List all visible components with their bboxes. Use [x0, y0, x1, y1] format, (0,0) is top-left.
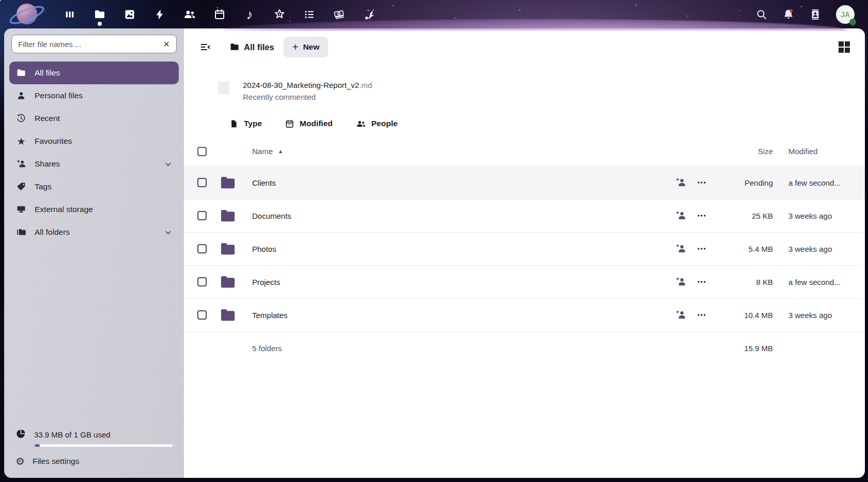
file-modified: 3 weeks ago: [788, 212, 856, 220]
folder-icon: [220, 308, 236, 322]
list-summary-row: 5 folders 15.9 MB: [184, 332, 865, 365]
recognize-app-icon[interactable]: [265, 0, 295, 28]
filter-chip-modified[interactable]: Modified: [285, 119, 333, 129]
plus-icon: +: [292, 42, 299, 52]
people-icon: [355, 119, 366, 129]
actions-menu-button[interactable]: [696, 177, 707, 188]
filter-filenames-input[interactable]: [18, 40, 160, 49]
actions-menu-button[interactable]: [696, 310, 707, 320]
table-row-templates[interactable]: Templates 10.4 MB 3 weeks ago: [184, 298, 865, 332]
share-button[interactable]: [675, 309, 687, 321]
files-header: All files + New: [184, 28, 865, 63]
file-size: 8 KB: [716, 278, 773, 287]
file-name: Clients: [252, 178, 675, 187]
sidebar-navigation: All files Personal files Recent ★ Fa: [9, 62, 179, 244]
tasks-app-icon[interactable]: [295, 0, 324, 28]
share-button[interactable]: [675, 210, 687, 221]
quota-progress-fill: [35, 444, 40, 447]
sidebar-item-label: Favourites: [35, 137, 72, 146]
photos-app-icon[interactable]: [115, 0, 145, 28]
file-name: Templates: [252, 311, 675, 320]
history-icon: [16, 113, 27, 124]
new-button-label: New: [303, 42, 319, 52]
unified-search-icon[interactable]: [755, 8, 768, 21]
dashboard-app-icon[interactable]: [55, 0, 85, 28]
column-header-name[interactable]: Name ▲: [252, 147, 675, 156]
actions-menu-button[interactable]: [696, 210, 707, 221]
breadcrumb-current-folder: All files: [244, 42, 274, 52]
share-button[interactable]: [675, 243, 687, 254]
sidebar-item-external-storage[interactable]: External storage: [9, 198, 179, 221]
sidebar-item-personal-files[interactable]: Personal files: [9, 84, 179, 107]
file-size: 5.4 MB: [716, 245, 773, 253]
column-header-size[interactable]: Size: [716, 147, 773, 156]
account-icon: [16, 90, 27, 101]
file-modified: a few second...: [788, 178, 856, 187]
row-checkbox[interactable]: [197, 310, 207, 320]
chevron-down-icon[interactable]: [164, 228, 173, 237]
folder-icon: [220, 209, 236, 222]
top-navigation-bar: ♪ JA: [0, 0, 868, 28]
active-app-indicator: [98, 22, 102, 26]
money-app-icon[interactable]: [324, 0, 354, 28]
file-modified: 3 weeks ago: [788, 311, 856, 320]
app-content-island: × All files Personal files: [4, 28, 865, 478]
breadcrumb[interactable]: All files: [229, 42, 274, 52]
sidebar-item-shares[interactable]: Shares: [9, 153, 179, 175]
table-row-clients[interactable]: Clients Pending a few second...: [184, 166, 865, 199]
row-checkbox[interactable]: [197, 277, 207, 287]
nextcloud-logo[interactable]: [9, 2, 47, 27]
music-app-icon[interactable]: ♪: [235, 0, 265, 28]
recommended-file-reason: Recently commented: [243, 91, 372, 103]
sidebar-item-favourites[interactable]: ★ Favourites: [9, 130, 179, 153]
breadcrumb-folder-icon: [229, 42, 240, 52]
grid-view-toggle[interactable]: [833, 36, 856, 58]
sidebar-item-label: All files: [35, 68, 60, 78]
table-row-photos[interactable]: Photos 5.4 MB 3 weeks ago: [184, 232, 865, 265]
filter-filenames-box: ×: [11, 35, 177, 53]
signature-app-icon[interactable]: [354, 0, 384, 28]
sidebar-item-label: Tags: [35, 182, 52, 191]
row-checkbox[interactable]: [197, 211, 207, 220]
table-row-documents[interactable]: Documents 25 KB 3 weeks ago: [184, 199, 865, 232]
files-settings-button[interactable]: ⚙ Files settings: [9, 450, 179, 473]
files-app-icon[interactable]: [85, 0, 115, 28]
sidebar-item-label: All folders: [35, 228, 70, 237]
share-button[interactable]: [675, 177, 687, 188]
row-checkbox[interactable]: [197, 244, 207, 253]
filter-chip-type[interactable]: Type: [229, 119, 262, 129]
user-avatar[interactable]: JA: [836, 5, 855, 24]
sidebar-item-tags[interactable]: Tags: [9, 175, 179, 198]
folders-icon: [16, 227, 27, 238]
table-row-projects[interactable]: Projects 8 KB a few second...: [184, 265, 865, 298]
contacts-app-icon[interactable]: [175, 0, 205, 28]
select-all-checkbox[interactable]: [197, 147, 207, 156]
recommended-file[interactable]: 2024-08-30_Marketing-Report_v2.md Recent…: [218, 79, 865, 103]
files-settings-label: Files settings: [33, 457, 79, 466]
folder-icon: [220, 176, 236, 189]
file-modified: a few second...: [788, 278, 856, 287]
actions-menu-button[interactable]: [696, 244, 707, 254]
collapse-sidebar-button[interactable]: [194, 36, 217, 58]
contacts-menu-icon[interactable]: [809, 8, 822, 21]
row-checkbox[interactable]: [197, 178, 207, 187]
file-size: 10.4 MB: [716, 311, 773, 320]
quota-label: 33.9 MB of 1 GB used: [34, 430, 111, 439]
sidebar-item-all-folders[interactable]: All folders: [9, 221, 179, 244]
filter-chip-people[interactable]: People: [355, 119, 398, 129]
chevron-down-icon[interactable]: [164, 160, 173, 169]
notifications-bell-icon[interactable]: [782, 8, 795, 21]
new-button[interactable]: + New: [284, 37, 329, 57]
external-storage-icon: [16, 204, 27, 215]
recommended-file-name[interactable]: 2024-08-30_Marketing-Report_v2.md: [243, 79, 372, 91]
column-header-modified[interactable]: Modified: [788, 147, 856, 156]
sidebar-item-recent[interactable]: Recent: [9, 107, 179, 130]
activity-app-icon[interactable]: [145, 0, 175, 28]
pie-chart-icon: [16, 428, 26, 441]
tag-icon: [16, 181, 27, 192]
share-button[interactable]: [675, 276, 687, 288]
calendar-app-icon[interactable]: [205, 0, 235, 28]
actions-menu-button[interactable]: [696, 277, 707, 287]
clear-filter-icon[interactable]: ×: [160, 37, 173, 51]
sidebar-item-all-files[interactable]: All files: [9, 62, 179, 84]
